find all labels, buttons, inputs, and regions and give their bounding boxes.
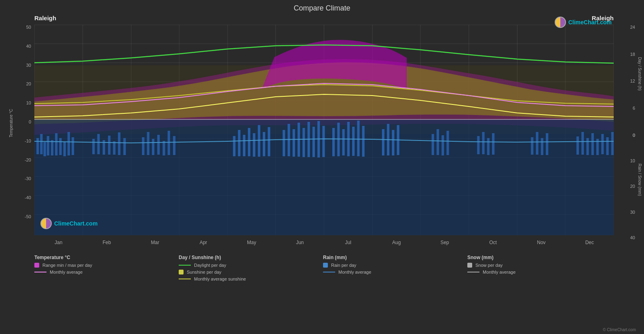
svg-rect-55 <box>268 127 270 156</box>
svg-rect-47 <box>173 136 175 155</box>
tick-n50: -50 <box>25 214 31 219</box>
legend-rain-avg-label: Monthly average <box>338 270 371 274</box>
tick-50: 50 <box>26 25 31 30</box>
sunshine-avg-swatch <box>179 279 191 279</box>
svg-rect-65 <box>332 128 335 156</box>
month-feb: Feb <box>82 240 131 245</box>
page-container: Compare Climate Raleigh Raleigh ClimeCha… <box>0 0 644 334</box>
left-axis-label: Temperature °C <box>9 109 13 137</box>
legend-snow-day-label: Snow per day <box>475 263 503 268</box>
month-jul: Jul <box>324 240 372 245</box>
svg-rect-80 <box>477 136 479 154</box>
legend-rain-day: Rain per day <box>323 263 465 268</box>
rtick-24: 24 <box>630 25 635 30</box>
legend-snow-title: Snow (mm) <box>467 255 610 260</box>
legend-temp-range-label: Range min / max per day <box>42 263 92 268</box>
right-axis-bottom: 0 10 20 30 40 Rain / Snow (mm) <box>614 133 636 235</box>
legend-sunshine: Day / Sunshine (h) Daylight per day Suns… <box>179 255 321 283</box>
svg-rect-48 <box>233 136 235 156</box>
legend-temperature: Temperature °C Range min / max per day M… <box>34 255 177 283</box>
svg-rect-87 <box>546 133 548 155</box>
legend-temp-title: Temperature °C <box>34 255 177 260</box>
logo-bottom-left: ClimeChart.com <box>40 218 97 229</box>
legend-sunshine-avg-label: Monthly average sunshine <box>194 277 246 281</box>
svg-rect-31 <box>63 142 66 156</box>
svg-rect-57 <box>287 124 290 156</box>
svg-rect-84 <box>531 137 533 155</box>
sunshine-swatch <box>179 270 184 274</box>
svg-rect-90 <box>586 138 589 155</box>
svg-rect-70 <box>357 121 359 156</box>
svg-rect-52 <box>253 133 255 157</box>
month-jan: Jan <box>34 240 82 245</box>
legend-rain-avg: Monthly average <box>323 270 465 274</box>
left-axis: Temperature °C 50 40 30 20 10 0 -10 -20 … <box>8 25 34 235</box>
svg-rect-26 <box>44 142 46 156</box>
svg-rect-34 <box>92 139 95 154</box>
month-labels: Jan Feb Mar Apr May Jun Jul Aug Sep Oct … <box>34 235 614 249</box>
svg-rect-46 <box>168 131 170 155</box>
btick-10: 10 <box>630 158 635 163</box>
logo-icon-bottom <box>40 218 52 229</box>
svg-rect-58 <box>293 129 295 157</box>
svg-rect-69 <box>352 127 355 156</box>
right-axis-label-top: Day / Sunshine (h) <box>638 57 642 91</box>
chart-svg <box>34 25 614 235</box>
month-apr: Apr <box>179 240 227 245</box>
daylight-swatch <box>179 265 191 266</box>
chart-wrapper <box>34 25 614 235</box>
rtick-18: 18 <box>630 52 635 57</box>
svg-rect-50 <box>243 135 245 156</box>
svg-rect-42 <box>147 132 149 155</box>
svg-rect-27 <box>47 136 49 155</box>
month-aug: Aug <box>372 240 420 245</box>
svg-rect-77 <box>437 129 439 155</box>
svg-rect-86 <box>541 138 543 155</box>
btick-20: 20 <box>630 184 635 189</box>
legend-rain-day-label: Rain per day <box>331 263 356 268</box>
svg-rect-43 <box>152 139 154 155</box>
svg-rect-85 <box>536 132 538 155</box>
svg-rect-39 <box>118 132 120 155</box>
svg-rect-40 <box>123 138 126 155</box>
legend-snow-day: Snow per day <box>467 263 610 268</box>
svg-rect-81 <box>482 132 485 154</box>
svg-rect-89 <box>581 132 584 155</box>
svg-rect-56 <box>283 130 285 156</box>
svg-rect-91 <box>591 133 594 155</box>
tick-n10: -10 <box>25 138 31 143</box>
tick-40: 40 <box>26 44 31 49</box>
svg-rect-88 <box>576 136 579 155</box>
legend-temp-range: Range min / max per day <box>34 263 177 268</box>
month-sep: Sep <box>420 240 469 245</box>
svg-rect-38 <box>113 141 115 155</box>
temp-range-swatch <box>34 263 39 268</box>
tick-10: 10 <box>26 100 31 105</box>
page-title: Compare Climate <box>8 4 636 13</box>
legend-sunshine-day: Sunshine per day <box>179 270 321 274</box>
month-dec: Dec <box>566 240 614 245</box>
legend-snow-avg-label: Monthly average <box>483 270 515 274</box>
logo-text-bottom: ClimeChart.com <box>54 220 97 227</box>
rain-swatch <box>323 263 328 268</box>
svg-rect-29 <box>55 133 57 155</box>
legend-rain: Rain (mm) Rain per day Monthly average <box>323 255 465 283</box>
svg-rect-33 <box>72 137 74 155</box>
svg-rect-82 <box>487 138 490 155</box>
copyright: © ClimeChart.com <box>603 328 636 332</box>
svg-rect-83 <box>492 133 494 155</box>
tick-20: 20 <box>26 81 31 86</box>
svg-rect-41 <box>142 137 144 155</box>
svg-rect-49 <box>238 130 241 156</box>
btick-30: 30 <box>630 210 635 215</box>
svg-rect-66 <box>337 123 340 156</box>
svg-rect-51 <box>248 128 250 156</box>
legend-snow: Snow (mm) Snow per day Monthly average <box>467 255 610 283</box>
svg-rect-76 <box>432 134 434 155</box>
month-mar: Mar <box>131 240 179 245</box>
legend-rain-title: Rain (mm) <box>323 255 465 260</box>
svg-rect-54 <box>263 132 265 156</box>
temp-avg-swatch <box>34 272 46 272</box>
legend-area: Temperature °C Range min / max per day M… <box>8 251 636 285</box>
svg-rect-28 <box>51 140 53 155</box>
